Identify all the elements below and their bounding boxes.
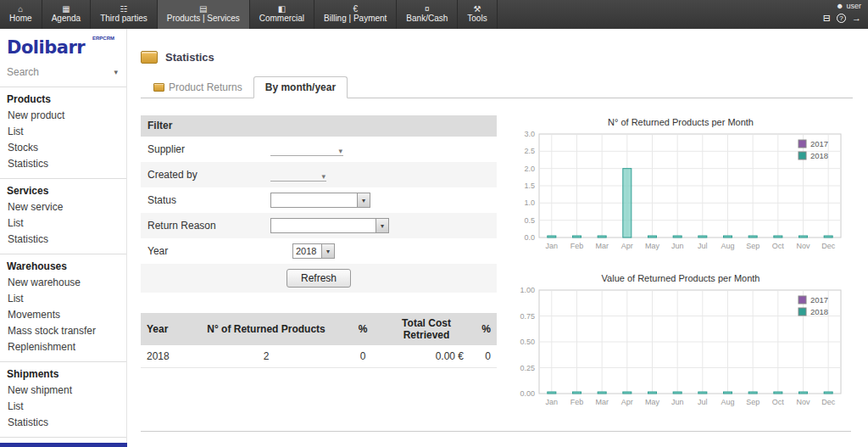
sidebar-item-new-service[interactable]: New service <box>0 199 126 215</box>
filter-created-by-select[interactable]: ▾ <box>270 169 326 182</box>
svg-text:May: May <box>645 242 660 250</box>
top-navbar: ⌂Home▦Agenda☷Third parties▤Products | Se… <box>0 0 868 29</box>
filter-row-return-reason: Return Reason▾ <box>141 213 497 238</box>
sidebar-section-products: ProductsNew productListStocksStatistics <box>0 87 126 178</box>
svg-text:Jun: Jun <box>671 398 684 406</box>
sidebar-item-statistics[interactable]: Statistics <box>0 232 126 248</box>
nav-item-commercial[interactable]: ◧Commercial <box>250 0 314 29</box>
tab-by-month-year[interactable]: By month/year <box>253 76 348 98</box>
svg-text:Sep: Sep <box>746 242 760 250</box>
nav-item-label: Commercial <box>259 14 304 24</box>
tab-product-returns[interactable]: Product Returns <box>142 77 253 98</box>
chart-block-0: N° of Returned Products per Month0.00.51… <box>512 115 851 260</box>
sidebar-sections: ProductsNew productListStocksStatisticsS… <box>0 87 126 447</box>
search-label: Search <box>7 66 39 78</box>
svg-text:2.5: 2.5 <box>524 147 535 155</box>
left-column: Filter Supplier▾Created by▾Status▾Return… <box>141 115 497 427</box>
cell-link[interactable]: 2018 <box>141 345 190 368</box>
chart-title: N° of Returned Products per Month <box>512 115 849 129</box>
chevron-down-icon: ▾ <box>376 219 388 232</box>
sidebar-item-new-shipment[interactable]: New shipment <box>0 383 126 399</box>
svg-text:2018: 2018 <box>810 151 828 160</box>
filter-control: 2018▾ <box>270 243 490 259</box>
sidebar-item-list[interactable]: List <box>0 399 126 415</box>
filter-return-reason-select[interactable]: ▾ <box>270 218 389 233</box>
logout-icon[interactable]: → <box>852 13 861 23</box>
nav-item-label: Home <box>9 14 32 24</box>
filter-header: Filter <box>141 115 497 137</box>
filter-row-created-by: Created by▾ <box>141 162 497 187</box>
sidebar-item-statistics[interactable]: Statistics <box>0 156 126 172</box>
svg-text:3.0: 3.0 <box>524 130 535 138</box>
sidebar-item-list[interactable]: List <box>0 124 126 140</box>
filter-control: ▾ <box>270 218 490 233</box>
topnav-right: ☻ user ⊟?→ <box>816 0 868 29</box>
nav-item-home[interactable]: ⌂Home <box>0 0 42 29</box>
filter-control: ▾ <box>270 143 490 156</box>
select-value: 2018 <box>293 244 321 258</box>
print-icon[interactable]: ⊟ <box>823 13 831 23</box>
filter-supplier-select[interactable]: ▾ <box>270 143 343 156</box>
sidebar-item-new-product[interactable]: New product <box>0 108 126 124</box>
nav-item-tools[interactable]: ⚒Tools <box>458 0 497 29</box>
sidebar-bottom-strip <box>0 443 127 447</box>
svg-text:Jan: Jan <box>546 242 559 250</box>
nav-item-bank-cash[interactable]: ¤Bank/Cash <box>397 0 458 29</box>
sidebar-section-title[interactable]: Services <box>0 182 126 199</box>
filter-label: Year <box>147 245 270 257</box>
main-content: Statistics Product ReturnsBy month/year … <box>127 29 868 447</box>
sidebar-section-title[interactable]: Shipments <box>0 365 126 383</box>
svg-text:1.5: 1.5 <box>524 182 535 190</box>
sidebar-item-list[interactable]: List <box>0 215 126 232</box>
sidebar-section-shipments: ShipmentsNew shipmentListStatistics <box>0 361 126 437</box>
dolibarr-logo[interactable]: Dolibarr ERPCRM <box>0 29 126 59</box>
tab-label: By month/year <box>265 81 336 93</box>
sidebar-item-replenishment[interactable]: Replenishment <box>0 339 126 355</box>
svg-text:0.50: 0.50 <box>520 338 535 346</box>
sidebar-section-warehouses: WarehousesNew warehouseListMovementsMass… <box>0 254 126 361</box>
nav-item-third-parties[interactable]: ☷Third parties <box>91 0 158 29</box>
svg-text:0.00: 0.00 <box>520 389 535 398</box>
tools-icon: ⚒ <box>473 4 481 14</box>
filter-year-select[interactable]: 2018▾ <box>292 243 335 259</box>
refresh-button[interactable]: Refresh <box>287 269 351 288</box>
column-header: % <box>342 313 383 345</box>
search-input[interactable]: Search ▾ <box>0 59 126 87</box>
filter-row-status: Status▾ <box>141 187 497 213</box>
results-table: YearN° of Returned Products%Total Cost R… <box>141 313 497 368</box>
svg-text:Mar: Mar <box>595 242 609 250</box>
help-icon[interactable]: ? <box>837 14 846 23</box>
sidebar-item-mass-stock-transfer[interactable]: Mass stock transfer <box>0 323 126 339</box>
nav-item-label: Products | Services <box>167 14 240 24</box>
logo-sup: ERPCRM <box>92 36 114 41</box>
sidebar-item-list[interactable]: List <box>0 291 126 307</box>
user-menu[interactable]: ☻ user <box>836 2 861 10</box>
sidebar-item-new-warehouse[interactable]: New warehouse <box>0 275 126 291</box>
cell-green: 0 <box>342 345 383 368</box>
home-icon: ⌂ <box>18 4 23 14</box>
nav-item-products-services[interactable]: ▤Products | Services <box>158 0 250 29</box>
sidebar: Dolibarr ERPCRM Search ▾ ProductsNew pro… <box>0 29 127 447</box>
bank-icon: ¤ <box>425 4 430 14</box>
cell-text: 2 <box>190 345 342 368</box>
filter-row-year: Year2018▾ <box>141 238 497 264</box>
nav-item-agenda[interactable]: ▦Agenda <box>42 0 91 29</box>
svg-text:0.75: 0.75 <box>520 312 535 321</box>
commercial-icon: ◧ <box>278 4 286 14</box>
filter-control: ▾ <box>270 169 490 182</box>
sidebar-item-stocks[interactable]: Stocks <box>0 140 126 156</box>
chevron-down-icon: ▾ <box>338 147 343 155</box>
nav-item-billing-payment[interactable]: €Billing | Payment <box>314 0 397 29</box>
products-icon: ▤ <box>199 4 207 14</box>
sidebar-section-title[interactable]: Warehouses <box>0 257 126 275</box>
svg-text:Nov: Nov <box>796 242 810 250</box>
svg-text:Jun: Jun <box>671 242 684 250</box>
column-header: N° of Returned Products <box>190 313 342 345</box>
package-icon <box>153 83 164 92</box>
sidebar-item-movements[interactable]: Movements <box>0 307 126 323</box>
sidebar-section-title[interactable]: Products <box>0 90 126 108</box>
tab-label: Product Returns <box>169 81 242 93</box>
package-icon <box>141 51 158 64</box>
sidebar-item-statistics[interactable]: Statistics <box>0 415 126 431</box>
filter-status-select[interactable]: ▾ <box>270 193 370 208</box>
